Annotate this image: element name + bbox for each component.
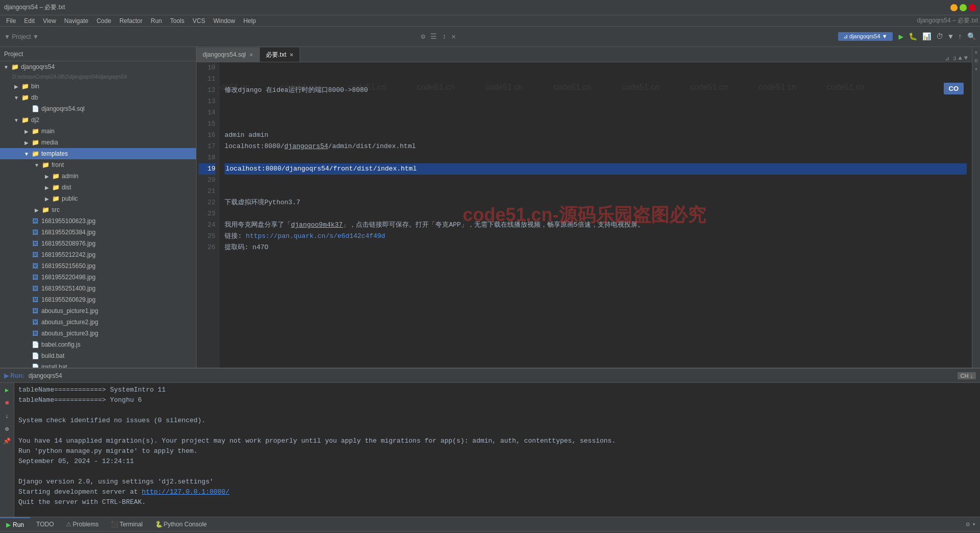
settings-icon[interactable]: ⚙ — [2, 424, 12, 434]
fold-down-icon[interactable]: ▼ — [964, 55, 968, 62]
debug-button[interactable]: 🐛 — [909, 32, 917, 41]
menu-view[interactable]: View — [39, 17, 60, 25]
right-btn-2[interactable]: ⊡ — [973, 57, 980, 64]
tree-build[interactable]: ▷ 📄 build.bat — [0, 350, 196, 361]
scroll-to-end-icon[interactable]: ↓ — [2, 411, 12, 422]
tree-front[interactable]: ▼ 📁 front — [0, 159, 196, 171]
code-lines[interactable]: 修改django 在idea运行时的端口8000->8080 admin adm… — [219, 62, 972, 368]
tab-sql-label: djangoqrs54.sql — [203, 51, 246, 58]
tree-public[interactable]: ▶ 📁 public — [0, 193, 196, 204]
more-button[interactable]: ▼ — [948, 33, 952, 41]
bottom-collapse-icon[interactable]: ▾ — [972, 520, 976, 528]
menu-vcs[interactable]: VCS — [188, 17, 209, 25]
bottom-tab-python[interactable]: 🐍 Python Console — [149, 517, 213, 531]
tree-img7[interactable]: ▷ 🖼 1681955251400.jpg — [0, 283, 196, 294]
tree-img5[interactable]: ▷ 🖼 1681955215650.jpg — [0, 260, 196, 272]
minimize-button[interactable] — [950, 4, 958, 11]
tree-label-root: djangoqrs54 — [21, 63, 55, 70]
profile-button[interactable]: ⏱ — [936, 33, 943, 41]
maximize-button[interactable] — [960, 4, 967, 11]
tab-txt[interactable]: 必要.txt ✕ — [260, 47, 300, 62]
tree-sql[interactable]: ▷ 📄 djangoqrs54.sql — [0, 103, 196, 114]
image-icon-2: 🖼 — [31, 229, 40, 236]
server-link[interactable]: http://127.0.0.1:8080/ — [142, 488, 230, 496]
toolbar: ▼ Project ▼ ⚙ ☰ ↕ ✕ ⊿ djangoqrs54 ▼ ▶ 🐛 … — [0, 27, 980, 47]
vcs-update-icon[interactable]: ↑ — [958, 33, 962, 41]
tab-sql[interactable]: djangoqrs54.sql ✕ — [197, 47, 260, 62]
menu-refactor[interactable]: Refactor — [115, 17, 146, 25]
tab-sql-close[interactable]: ✕ — [249, 52, 253, 58]
tree-db[interactable]: ▼ 📁 db — [0, 92, 196, 103]
tree-about1[interactable]: ▷ 🖼 aboutus_picture1.jpg — [0, 305, 196, 317]
tree-img1[interactable]: ▷ 🖼 1681955100623.jpg — [0, 215, 196, 227]
toolbar-sort-icon[interactable]: ↕ — [442, 33, 446, 41]
bottom-tab-todo[interactable]: TODO — [30, 517, 60, 531]
image-icon-3: 🖼 — [31, 240, 40, 247]
tree-root[interactable]: ▼ 📁 djangoqrs54 — [0, 61, 196, 72]
toolbar-close-icon[interactable]: ✕ — [452, 32, 456, 41]
menu-navigate[interactable]: Navigate — [60, 17, 92, 25]
code-line-14 — [225, 107, 967, 118]
run-button[interactable]: ▶ — [899, 32, 904, 42]
tree-about3[interactable]: ▷ 🖼 aboutus_picture3.jpg — [0, 328, 196, 339]
bottom-settings-icon[interactable]: ⚙ — [966, 520, 970, 528]
menu-code[interactable]: Code — [92, 17, 115, 25]
bottom-tab-problems[interactable]: ⚠ Problems — [60, 517, 105, 531]
tree-dj2[interactable]: ▼ 📁 dj2 — [0, 114, 196, 126]
run-project[interactable]: djangoqrs54 — [29, 372, 62, 379]
bottom-tab-problems-label: Problems — [72, 521, 99, 528]
menu-window[interactable]: Window — [209, 17, 239, 25]
tree-media[interactable]: ▶ 📁 media — [0, 137, 196, 148]
editor-scroll[interactable]: code51.cn code51.cn code51.cn code51.cn … — [197, 62, 972, 368]
editor-top-controls: ⊿ 3 ▲ ▼ — [941, 55, 972, 62]
code-line-22: 下载虚拟环境Python3.7 — [225, 197, 967, 208]
tree-src[interactable]: ▶ 📁 src — [0, 204, 196, 215]
tree-bin[interactable]: ▶ 📁 bin — [0, 81, 196, 92]
ch-badge: CH ↓ — [958, 372, 976, 379]
tree-admin[interactable]: ▶ 📁 admin — [0, 171, 196, 182]
quark-link[interactable]: https://pan.quark.cn/s/e6d142c4f49d — [246, 232, 385, 240]
right-btn-1[interactable]: ≡ — [973, 49, 980, 56]
tree-img6[interactable]: ▷ 🖼 1681955220498.jpg — [0, 272, 196, 283]
close-button[interactable] — [969, 4, 976, 11]
tree-dist[interactable]: ▶ 📁 dist — [0, 182, 196, 193]
ln-10: 10 — [199, 62, 215, 74]
rerun-button[interactable]: ▶ — [2, 385, 12, 395]
bottom-tab-terminal[interactable]: ⬛ Terminal — [105, 517, 149, 531]
tree-img3[interactable]: ▷ 🖼 1681955208976.jpg — [0, 238, 196, 249]
tree-img4[interactable]: ▷ 🖼 1681955212242.jpg — [0, 249, 196, 260]
bottom-content[interactable]: tableName============> SystemIntro 11 ta… — [14, 383, 978, 517]
bottom-tab-run[interactable]: ▶ Run — [0, 517, 30, 531]
menu-tools[interactable]: Tools — [166, 17, 188, 25]
folder-icon-bin: 📁 — [20, 83, 30, 90]
fold-up-icon[interactable]: ▲ — [959, 55, 962, 62]
co-badge-editor[interactable]: CO — [944, 83, 964, 94]
menu-file[interactable]: File — [2, 17, 20, 25]
pin-icon[interactable]: 📌 — [2, 436, 12, 446]
editor-content[interactable]: code51.cn code51.cn code51.cn code51.cn … — [197, 62, 972, 368]
tree-main[interactable]: ▶ 📁 main — [0, 126, 196, 137]
ln-16: 16 — [199, 130, 215, 141]
search-everywhere-icon[interactable]: 🔍 — [967, 32, 976, 41]
tree-templates[interactable]: ▼ 📁 templates — [0, 148, 196, 159]
menu-edit[interactable]: Edit — [20, 17, 39, 25]
coverage-button[interactable]: 📊 — [922, 32, 931, 41]
tree-img8[interactable]: ▷ 🖼 1681955260629.jpg — [0, 294, 196, 305]
menu-help[interactable]: Help — [239, 17, 260, 25]
tree-about2[interactable]: ▷ 🖼 aboutus_picture2.jpg — [0, 317, 196, 328]
tree-install[interactable]: ▷ 📄 install.bat — [0, 361, 196, 368]
menu-run[interactable]: Run — [146, 17, 166, 25]
tree-img2[interactable]: ▷ 🖼 1681955205384.jpg — [0, 227, 196, 238]
tab-txt-label: 必要.txt — [266, 51, 286, 59]
tab-txt-close[interactable]: ✕ — [289, 52, 293, 58]
stop-button[interactable]: ◼ — [2, 397, 12, 407]
tree-babel[interactable]: ▷ 📄 babel.config.js — [0, 339, 196, 350]
tree-label-front: front — [52, 161, 64, 168]
toolbar-settings-icon[interactable]: ⚙ — [421, 32, 425, 41]
right-btn-3[interactable]: ✦ — [973, 65, 980, 72]
run-label[interactable]: ▶ Run: — [4, 372, 24, 379]
run-line-13 — [18, 507, 974, 517]
interpreter-selector[interactable]: ⊿ djangoqrs54 ▼ — [838, 32, 893, 41]
toolbar-layout-icon[interactable]: ☰ — [430, 32, 437, 41]
code-line-16: admin admin — [225, 130, 967, 141]
